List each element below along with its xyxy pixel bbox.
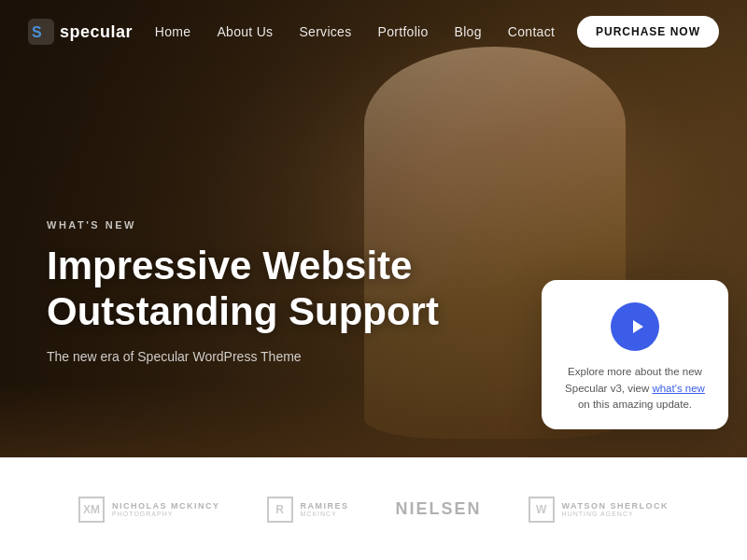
- nav-link-contact[interactable]: Contact: [508, 24, 555, 39]
- brand-name-nicholas: NICHOLAS MCKINCY: [112, 501, 220, 511]
- brand-icon-watson: W: [529, 497, 555, 523]
- logo-icon: S: [28, 19, 54, 45]
- brand-logo-ramires: R RAMIRES MCKINCY: [267, 497, 349, 523]
- nav-item-services[interactable]: Services: [299, 23, 351, 40]
- brand-sub-ramires: MCKINCY: [301, 511, 349, 517]
- hero-title: Impressive Website Outstanding Support: [47, 244, 439, 334]
- brand-icon-ramires: R: [267, 497, 293, 523]
- hero-title-line1: Impressive Website: [47, 244, 412, 287]
- nav-item-portfolio[interactable]: Portfolio: [378, 23, 429, 40]
- nav-menu: Home About Us Services Portfolio Blog Co…: [155, 23, 555, 40]
- nav-link-home[interactable]: Home: [155, 24, 191, 39]
- hero-eyebrow: WHAT'S NEW: [47, 219, 439, 231]
- whats-new-link[interactable]: what's new: [652, 383, 705, 394]
- nav-link-blog[interactable]: Blog: [455, 24, 482, 39]
- brand-sub-watson: HUNTING AGENCY: [562, 511, 669, 517]
- nav-item-blog[interactable]: Blog: [455, 23, 482, 40]
- brand-text-ramires: RAMIRES MCKINCY: [301, 501, 349, 517]
- brand-name-ramires: RAMIRES: [301, 501, 349, 511]
- hero-content: WHAT'S NEW Impressive Website Outstandin…: [47, 219, 439, 364]
- hero-section: S specular Home About Us Services Portfo…: [0, 0, 747, 457]
- brand-icon-nicholas: XM: [78, 497, 105, 523]
- hero-subtitle: The new era of Specular WordPress Theme: [47, 349, 439, 364]
- brand-logos-bar: XM NICHOLAS MCKINCY PHOTOGRAPHY R RAMIRE…: [0, 457, 747, 560]
- brand-name-watson: WATSON SHERLOCK: [562, 501, 669, 511]
- play-icon: [628, 318, 645, 335]
- nav-item-about[interactable]: About Us: [217, 23, 273, 40]
- video-popup-card: Explore more about the new Specular v3, …: [542, 280, 728, 429]
- play-button[interactable]: [611, 302, 659, 351]
- brand-logo-nicholas: XM NICHOLAS MCKINCY PHOTOGRAPHY: [78, 497, 220, 523]
- brand-sub-nicholas: PHOTOGRAPHY: [112, 511, 220, 517]
- nav-item-contact[interactable]: Contact: [508, 23, 555, 40]
- nav-link-portfolio[interactable]: Portfolio: [378, 24, 429, 39]
- brand-logo-nielsen: NIELSEN: [396, 499, 482, 519]
- svg-text:S: S: [32, 24, 42, 40]
- nav-link-services[interactable]: Services: [299, 24, 351, 39]
- brand-text-watson: WATSON SHERLOCK HUNTING AGENCY: [562, 501, 669, 517]
- video-card-description: Explore more about the new Specular v3, …: [560, 364, 710, 413]
- video-text-after: on this amazing update.: [578, 399, 692, 410]
- logo-text: specular: [60, 22, 133, 42]
- hero-title-line2: Outstanding Support: [47, 289, 439, 333]
- purchase-now-button[interactable]: PURCHASE NOW: [577, 16, 719, 48]
- nav-item-home[interactable]: Home: [155, 23, 191, 40]
- logo[interactable]: S specular: [28, 19, 133, 45]
- navbar: S specular Home About Us Services Portfo…: [0, 0, 747, 63]
- brand-logo-watson: W WATSON SHERLOCK HUNTING AGENCY: [529, 497, 669, 523]
- svg-marker-2: [633, 320, 643, 333]
- nav-link-about[interactable]: About Us: [217, 24, 273, 39]
- brand-text-nicholas: NICHOLAS MCKINCY PHOTOGRAPHY: [112, 501, 220, 517]
